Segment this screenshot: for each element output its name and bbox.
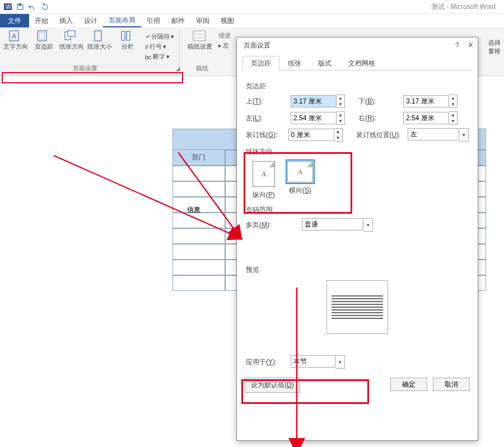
left-label: 左(L): [246, 114, 286, 123]
preview-thumbnail [326, 280, 388, 334]
page-setup-dialog: 页面设置 ? × 页边距 纸张 版式 文档网格 页边距 上(T): ▲▼ 下(B… [236, 37, 478, 441]
orientation-landscape[interactable]: A 横向(S) [287, 161, 313, 200]
columns-button[interactable]: 分栏 [115, 30, 140, 50]
tab-design[interactable]: 设计 [78, 14, 103, 27]
quick-access-toolbar: W 测试 - Microsoft Word [0, 0, 504, 14]
word-app-icon: W [2, 1, 13, 12]
help-icon[interactable]: ? [455, 41, 459, 49]
orientation-portrait[interactable]: A 纵向(P) [253, 161, 275, 200]
tab-review[interactable]: 审阅 [190, 14, 215, 27]
svg-rect-9 [95, 31, 101, 41]
indent-label: 缩进 [217, 31, 232, 40]
dialog-tabs: 页边距 纸张 版式 文档网格 [242, 55, 472, 70]
table-header-dept: 部门 [172, 150, 225, 166]
svg-rect-8 [68, 31, 75, 36]
margins-button[interactable]: 页边距 [31, 30, 56, 50]
dialog-title: 页面设置 [244, 41, 270, 50]
bottom-field[interactable]: ▲▼ [403, 95, 458, 108]
top-field[interactable]: ▲▼ [291, 95, 345, 108]
bottom-label: 下(B): [358, 97, 399, 106]
ribbon-tabs: 文件 开始 插入 设计 页面布局 引用 邮件 审阅 视图 [0, 14, 504, 27]
tab-home[interactable]: 开始 [29, 14, 54, 27]
right-field[interactable]: ▲▼ [403, 111, 458, 125]
gutter-label: 装订线(G): [246, 130, 284, 140]
breaks-button[interactable]: ⤶ 分隔符 ▾ [143, 32, 176, 41]
close-icon[interactable]: × [468, 40, 473, 50]
right-label: 右(R): [358, 114, 399, 123]
grid-button[interactable]: 稿纸设置 [186, 30, 213, 50]
tab-insert[interactable]: 插入 [54, 14, 78, 27]
ok-button[interactable]: 确定 [390, 378, 427, 391]
apply-combo[interactable]: ▾ [291, 355, 345, 369]
group-grid-label: 稿纸 [196, 64, 208, 73]
section-preview-title: 预览 [246, 265, 469, 275]
line-numbers-button[interactable]: # 行号 ▾ [143, 42, 176, 51]
tab-layout[interactable]: 页面布局 [103, 14, 141, 27]
hyphen-button[interactable]: bc 断字 ▾ [143, 52, 176, 62]
selection-pane-button[interactable]: 选择窗格 [486, 39, 503, 55]
apply-label: 应用于(Y): [246, 357, 286, 367]
size-button[interactable]: 纸张大小 [87, 30, 112, 50]
gutter-pos-combo[interactable]: ▾ [408, 128, 469, 142]
dlg-tab-paper[interactable]: 纸张 [279, 56, 310, 70]
pagesetup-dialog-launcher[interactable]: ◢ [176, 65, 180, 72]
section-orient-title: 纸张方向 [246, 147, 469, 157]
cancel-button[interactable]: 取消 [433, 378, 470, 391]
dlg-tab-layout[interactable]: 版式 [310, 56, 340, 70]
tab-view[interactable]: 视图 [215, 14, 240, 27]
set-default-button[interactable]: 设为默认值(D) [245, 378, 300, 393]
svg-rect-6 [39, 32, 45, 39]
tab-file[interactable]: 文件 [0, 14, 29, 27]
indent-left[interactable]: ▸ 左 [217, 41, 232, 50]
top-label: 上(T): [246, 97, 286, 106]
table-info-label: 信息 [187, 205, 200, 215]
left-field[interactable]: ▲▼ [291, 111, 345, 125]
dlg-tab-margins[interactable]: 页边距 [242, 56, 279, 70]
undo-icon[interactable] [27, 1, 38, 12]
window-title: 测试 - Microsoft Word [431, 2, 496, 12]
gutter-field[interactable]: ▲▼ [288, 128, 343, 142]
save-icon[interactable] [15, 1, 26, 12]
svg-rect-11 [127, 31, 130, 40]
group-pagesetup-label: 页面设置 [73, 64, 97, 73]
text-direction-button[interactable]: A文字方向 [3, 30, 28, 50]
section-margins-title: 页边距 [246, 82, 469, 91]
tab-references[interactable]: 引用 [141, 14, 166, 27]
orientation-button[interactable]: 纸张方向 [59, 30, 84, 50]
tab-mail[interactable]: 邮件 [166, 14, 190, 27]
multi-label: 多页(M): [246, 220, 286, 230]
svg-text:W: W [6, 4, 11, 10]
section-pages-title: 页码范围 [246, 205, 469, 215]
svg-rect-2 [18, 4, 21, 6]
multi-combo[interactable]: ▾ [302, 218, 373, 232]
gutter-pos-label: 装订线位置(U): [356, 130, 403, 140]
dlg-tab-grid[interactable]: 文档网格 [340, 56, 384, 70]
svg-rect-12 [193, 31, 206, 41]
svg-text:A: A [12, 32, 16, 40]
redo-icon[interactable] [39, 1, 50, 12]
svg-rect-10 [122, 31, 125, 40]
